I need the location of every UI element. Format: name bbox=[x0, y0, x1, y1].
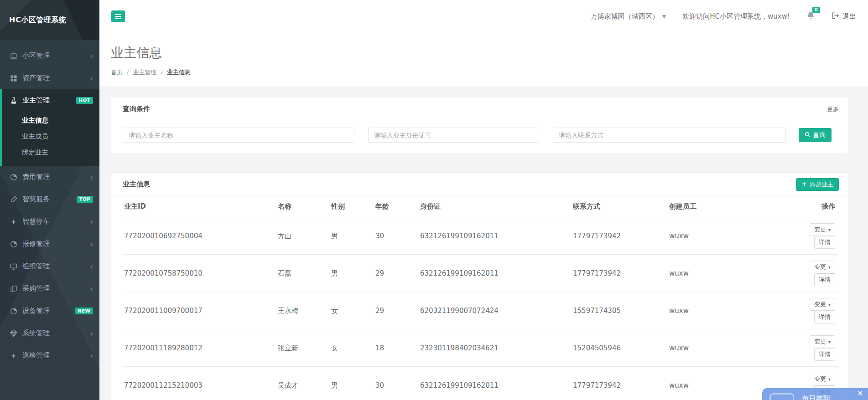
table-row: 772020011189280012张立新女182323011984020346… bbox=[123, 329, 839, 367]
cell-name: 吴成才 bbox=[277, 367, 330, 400]
cell-id_card: 620321199007072424 bbox=[419, 292, 572, 329]
sidebar-item-wrap-10: 系统管理‹ bbox=[0, 322, 99, 344]
chevron-left-icon: ‹ bbox=[90, 175, 93, 179]
search-button[interactable]: 查询 bbox=[799, 128, 832, 142]
sidebar-nav: 小区管理‹资产管理‹业主管理HOT业主信息业主成员绑定业主费用管理‹智慧服务TO… bbox=[0, 40, 99, 367]
chevron-left-icon: ‹ bbox=[90, 242, 93, 246]
gem-icon bbox=[10, 330, 17, 337]
chevron-left-icon: ‹ bbox=[90, 264, 93, 269]
sidebar-item-1[interactable]: 资产管理‹ bbox=[0, 67, 99, 89]
cell-phone: 17797173942 bbox=[572, 217, 668, 255]
detail-button[interactable]: 详情 bbox=[814, 348, 835, 361]
cell-age: 30 bbox=[374, 217, 419, 255]
sidebar-item-6[interactable]: 报修管理‹ bbox=[0, 233, 99, 255]
sidebar-item-wrap-4: 智慧服务TOP bbox=[0, 188, 99, 210]
sidebar-item-4[interactable]: 智慧服务TOP bbox=[0, 188, 99, 210]
cell-age: 18 bbox=[374, 329, 419, 367]
sidebar-item-wrap-7: 组织管理‹ bbox=[0, 255, 99, 277]
cell-age: 30 bbox=[374, 367, 419, 400]
cell-id: 772020011009700017 bbox=[123, 292, 277, 329]
cell-id_card: 632126199109162011 bbox=[419, 367, 572, 400]
caret-down-icon: ▾ bbox=[828, 339, 831, 344]
add-owner-button[interactable]: 添加业主 bbox=[796, 178, 839, 191]
cell-actions: 变更▾详情 bbox=[791, 292, 839, 329]
notifications-button[interactable]: 0 bbox=[806, 11, 815, 22]
change-button[interactable]: 变更▾ bbox=[810, 373, 835, 385]
sidebar-item-7[interactable]: 组织管理‹ bbox=[0, 255, 99, 277]
sidebar-item-8[interactable]: 采购管理‹ bbox=[0, 277, 99, 300]
logout-button[interactable]: 退出 bbox=[832, 12, 856, 21]
table-row: 772020011215210003吴成才男306321261991091620… bbox=[123, 367, 839, 400]
sidebar-item-5[interactable]: 智慧停车‹ bbox=[0, 210, 99, 233]
content: 查询条件 更多 查询 业主信息 bbox=[99, 86, 868, 400]
change-button[interactable]: 变更▾ bbox=[810, 261, 835, 273]
cell-creator: wuxw bbox=[668, 217, 791, 255]
sidebar-item-wrap-2: 业主管理HOT业主信息业主成员绑定业主 bbox=[0, 89, 99, 166]
cell-actions: 变更▾详情 bbox=[791, 217, 839, 255]
cell-name: 石磊 bbox=[277, 255, 330, 292]
cell-name: 张立新 bbox=[277, 329, 330, 367]
chevron-left-icon: ‹ bbox=[90, 54, 93, 58]
sidebar-item-9[interactable]: 设备管理NEW bbox=[0, 300, 99, 322]
topbar: 万博家博园（城西区） ▼ 欢迎访问HC小区管理系统，wuxw! 0 退出 bbox=[99, 0, 868, 33]
detail-button[interactable]: 详情 bbox=[814, 236, 835, 249]
search-icon bbox=[805, 132, 811, 139]
sidebar-item-0[interactable]: 小区管理‹ bbox=[0, 45, 99, 67]
cell-gender: 女 bbox=[330, 292, 374, 329]
cell-name: 方山 bbox=[277, 217, 330, 255]
sidebar-toggle-button[interactable] bbox=[111, 10, 125, 22]
sidebar-item-11[interactable]: 巡检管理‹ bbox=[0, 344, 99, 367]
cell-phone: 15597174305 bbox=[572, 292, 668, 329]
cell-id: 772020011189280012 bbox=[123, 329, 277, 367]
table-row: 772020010692750004方山男3063212619910916201… bbox=[123, 217, 839, 255]
sidebar-item-3[interactable]: 费用管理‹ bbox=[0, 166, 99, 188]
cell-id: 772020011215210003 bbox=[123, 367, 277, 400]
change-button[interactable]: 变更▾ bbox=[810, 298, 835, 311]
sidebar-subitem-2-0[interactable]: 业主信息 bbox=[2, 113, 99, 128]
chevron-left-icon: ‹ bbox=[90, 354, 93, 358]
owner-idcard-input[interactable] bbox=[368, 128, 539, 143]
logout-label: 退出 bbox=[842, 12, 856, 21]
cell-age: 29 bbox=[374, 292, 419, 329]
cell-id: 772020010692750004 bbox=[123, 217, 277, 255]
sidebar-item-wrap-1: 资产管理‹ bbox=[0, 67, 99, 89]
copy-icon bbox=[10, 285, 17, 292]
change-button[interactable]: 变更▾ bbox=[810, 335, 835, 348]
sidebar-subitem-2-1[interactable]: 业主成员 bbox=[2, 128, 99, 144]
cell-id: 772020010758750010 bbox=[123, 255, 277, 292]
chevron-left-icon: ‹ bbox=[90, 76, 93, 81]
owners-panel-title: 业主信息 bbox=[123, 180, 150, 189]
table-header-row: 业主ID 名称 性别 年龄 身份证 联系方式 创建员工 操作 bbox=[123, 195, 839, 217]
owners-table-body: 772020010692750004方山男3063212619910916201… bbox=[123, 217, 839, 400]
sidebar-item-2[interactable]: 业主管理HOT bbox=[2, 89, 99, 112]
breadcrumb-parent[interactable]: 业主管理 bbox=[133, 69, 156, 76]
detail-button[interactable]: 详情 bbox=[814, 311, 835, 323]
submenu: 业主信息业主成员绑定业主 bbox=[2, 112, 99, 166]
owners-table: 业主ID 名称 性别 年龄 身份证 联系方式 创建员工 操作 772020010… bbox=[123, 195, 839, 400]
change-button[interactable]: 变更▾ bbox=[810, 223, 835, 236]
cell-age: 29 bbox=[374, 255, 419, 292]
pie-icon bbox=[10, 308, 17, 315]
owners-panel-header: 业主信息 添加业主 bbox=[111, 173, 848, 195]
caret-down-icon: ▾ bbox=[828, 302, 831, 307]
cell-creator: wuxw bbox=[668, 292, 791, 329]
edit-icon bbox=[10, 196, 17, 203]
more-link[interactable]: 更多 bbox=[827, 105, 839, 113]
nav-badge: TOP bbox=[77, 196, 93, 203]
search-panel: 查询条件 更多 查询 bbox=[111, 97, 848, 154]
page-heading: 业主信息 首页 / 业主管理 / 业主信息 bbox=[99, 33, 868, 86]
owner-phone-input[interactable] bbox=[553, 128, 786, 143]
cell-phone: 17797173942 bbox=[572, 255, 668, 292]
signin-popup: 每日签到 × bbox=[762, 388, 868, 400]
sidebar-item-10[interactable]: 系统管理‹ bbox=[0, 322, 99, 344]
community-name: 万博家博园（城西区） bbox=[591, 12, 659, 21]
page-title: 业主信息 bbox=[111, 44, 848, 62]
caret-down-icon: ▾ bbox=[828, 227, 831, 232]
detail-button[interactable]: 详情 bbox=[814, 273, 835, 286]
sidebar-subitem-2-2[interactable]: 绑定业主 bbox=[2, 144, 99, 160]
community-selector[interactable]: 万博家博园（城西区） ▼ bbox=[591, 12, 666, 21]
cell-phone: 17797173942 bbox=[572, 367, 668, 400]
owner-name-input[interactable] bbox=[123, 128, 354, 143]
close-icon[interactable]: × bbox=[857, 390, 863, 397]
breadcrumb-home[interactable]: 首页 bbox=[111, 69, 123, 76]
